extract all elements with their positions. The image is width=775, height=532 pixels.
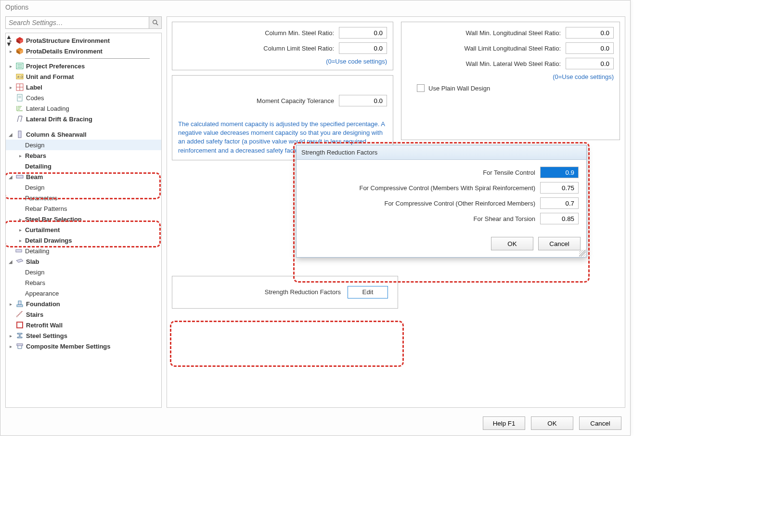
svg-text:#.0: #.0: [17, 75, 23, 79]
tree-protastructure-env[interactable]: ▸ProtaStructure Environment: [6, 35, 161, 46]
tree-codes[interactable]: Codes: [6, 92, 161, 103]
wall-min-lat-input[interactable]: [566, 58, 614, 69]
help-button[interactable]: Help F1: [483, 416, 525, 430]
srf-cancel-button[interactable]: Cancel: [538, 237, 581, 250]
search-icon: [152, 19, 159, 26]
tree-beam-parameters[interactable]: Parameters: [6, 193, 161, 203]
srf-comp-other-input[interactable]: [540, 197, 579, 209]
wall-min-long-input[interactable]: [566, 27, 614, 39]
svg-rect-23: [16, 175, 23, 178]
list-icon: [15, 62, 24, 70]
slab-icon: [15, 257, 24, 266]
srf-tensile-input[interactable]: [540, 167, 579, 178]
tree-cs-rebars[interactable]: ▸Rebars: [6, 150, 161, 161]
svg-rect-25: [18, 301, 21, 305]
tree-beam-detailing[interactable]: Detailing: [6, 246, 161, 256]
col-min-label: Column Min. Steel Ratio:: [265, 29, 334, 37]
srf-edit-panel: Strength Reduction Factors Edit: [172, 276, 398, 309]
tree-lateral-loading[interactable]: Lateral Loading: [6, 103, 161, 114]
moment-input[interactable]: [339, 95, 387, 106]
tree-slab-rebars[interactable]: Rebars: [6, 277, 161, 288]
col-limit-label: Column Limit Steel Ratio:: [263, 45, 334, 52]
tree-lateral-drift[interactable]: Lateral Drift & Bracing: [6, 114, 161, 124]
tree-protadetails-env[interactable]: ▸ProtaDetails Environment: [6, 46, 161, 56]
col-hint: (0=Use code settings): [178, 58, 387, 65]
srf-comp-spiral-label: For Compressive Control (Members With Sp…: [359, 184, 535, 192]
load-icon: [15, 104, 24, 113]
resize-grip-icon[interactable]: [579, 250, 586, 257]
srf-edit-button[interactable]: Edit: [348, 286, 388, 298]
options-window: Options ▸ProtaStructure Environment ▸Pro…: [0, 0, 631, 436]
doc-icon: [15, 93, 24, 102]
tree-beam-design[interactable]: Design: [6, 182, 161, 193]
srf-shear-label: For Shear and Torsion: [474, 215, 535, 222]
col-min-input[interactable]: [339, 27, 387, 39]
svg-rect-24: [16, 249, 22, 252]
tree-stairs[interactable]: Stairs: [6, 309, 161, 320]
tree-cs-design[interactable]: Design: [6, 140, 161, 150]
ok-button[interactable]: OK: [531, 416, 573, 430]
svg-rect-27: [17, 322, 23, 328]
srf-comp-spiral-input[interactable]: [540, 182, 579, 194]
wall-lim-long-input[interactable]: [566, 42, 614, 54]
wall-lim-long-label: Wall Limit Longitudinal Steel Ratio:: [465, 45, 561, 52]
svg-rect-28: [17, 344, 23, 346]
column-steel-panel: Column Min. Steel Ratio: Column Limit St…: [172, 22, 393, 70]
wall-steel-panel: Wall Min. Longitudinal Steel Ratio: Wall…: [401, 22, 620, 140]
wall-min-long-label: Wall Min. Longitudinal Steel Ratio:: [465, 29, 561, 37]
column-icon: [15, 130, 24, 139]
srf-ok-button[interactable]: OK: [491, 237, 533, 250]
tree-slab-appearance[interactable]: Appearance: [6, 288, 161, 298]
tree-column-shearwall[interactable]: ◢Column & Shearwall: [6, 129, 161, 140]
tree-composite-settings[interactable]: ▸Composite Member Settings: [6, 341, 161, 351]
cancel-button[interactable]: Cancel: [579, 416, 621, 430]
tree-foundation[interactable]: ▸Foundation: [6, 298, 161, 309]
tree-slab[interactable]: ◢Slab: [6, 256, 161, 267]
tree-cs-detailing[interactable]: Detailing: [6, 161, 161, 171]
foundation-icon: [15, 299, 24, 308]
svg-line-1: [156, 24, 158, 26]
footer: Help F1 OK Cancel: [0, 411, 630, 435]
cube-icon: [15, 36, 24, 45]
srf-dialog-title: Strength Reduction Factors: [297, 145, 586, 160]
tree-slab-design[interactable]: Design: [6, 267, 161, 277]
search-input[interactable]: [5, 16, 149, 29]
stairs-icon: [15, 310, 24, 319]
tree-beam-detail-drawings[interactable]: ▸Detail Drawings: [6, 235, 161, 246]
svg-rect-22: [18, 131, 21, 138]
tree-unit-format[interactable]: #.0Unit and Format: [6, 71, 161, 82]
moment-label: Moment Capacity Tolerance: [257, 97, 334, 104]
tree-steel-settings[interactable]: ▸Steel Settings: [6, 330, 161, 341]
tree-retrofit-wall[interactable]: Retrofit Wall: [6, 320, 161, 330]
wall-hint: (0=Use code settings): [407, 73, 614, 80]
hash-icon: #.0: [15, 72, 24, 81]
srf-shear-input[interactable]: [540, 213, 579, 224]
cube-icon: [15, 47, 24, 55]
highlight-srf-edit: [170, 321, 404, 367]
col-limit-input[interactable]: [339, 42, 387, 54]
tree-project-preferences[interactable]: ▸Project Preferences: [6, 61, 161, 71]
plain-wall-label: Use Plain Wall Design: [428, 85, 490, 92]
srf-dialog: Strength Reduction Factors For Tensile C…: [296, 145, 587, 258]
tree-beam-curtailment[interactable]: ▸Curtailment: [6, 224, 161, 235]
srf-tensile-label: For Tensile Control: [483, 169, 535, 176]
composite-icon: [15, 342, 24, 350]
grid-icon: [15, 83, 24, 91]
beam-icon: [14, 247, 23, 255]
search-button[interactable]: [149, 16, 162, 29]
beam-icon: [15, 172, 24, 181]
srf-comp-other-label: For Compressive Control (Other Reinforce…: [384, 200, 535, 207]
settings-tree[interactable]: ▸ProtaStructure Environment ▸ProtaDetail…: [6, 33, 161, 407]
tree-beam-rebar-patterns[interactable]: Rebar Patterns: [6, 203, 161, 214]
tree-beam-steel-bar[interactable]: ▸Steel Bar Selection: [6, 214, 161, 224]
steel-icon: [15, 331, 24, 340]
drift-icon: [15, 115, 24, 123]
svg-point-0: [153, 20, 156, 24]
wall-min-lat-label: Wall Min. Lateral Web Steel Ratio:: [466, 60, 561, 67]
window-title: Options: [0, 0, 630, 14]
tree-label[interactable]: ▸Label: [6, 82, 161, 92]
srf-label: Strength Reduction Factors: [265, 288, 341, 296]
svg-rect-26: [17, 305, 23, 307]
plain-wall-checkbox[interactable]: [417, 84, 425, 92]
tree-beam[interactable]: ◢Beam: [6, 171, 161, 182]
